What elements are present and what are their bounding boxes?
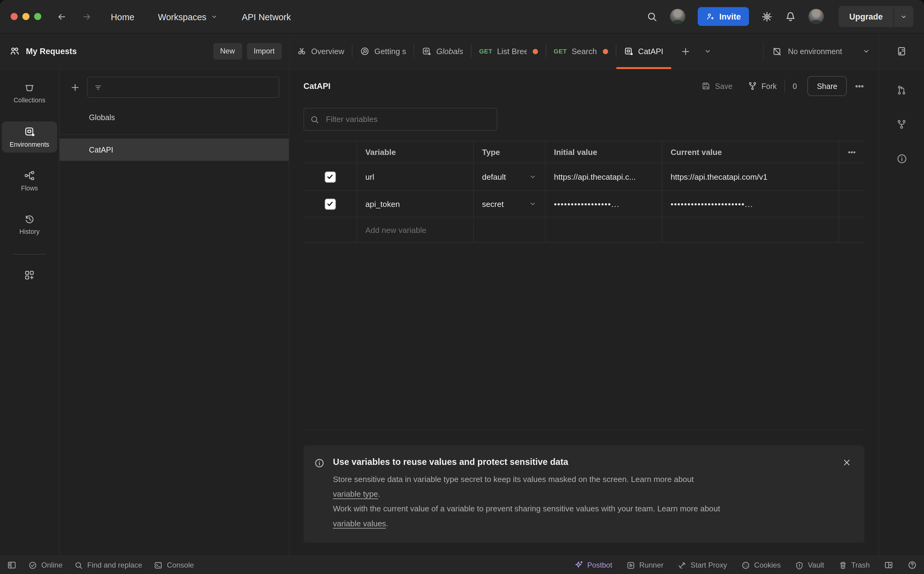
tab-search[interactable]: GET Search	[546, 34, 616, 69]
environments-icon	[24, 126, 35, 137]
banner-text-line1: Store sensitive data in variable type se…	[333, 475, 694, 484]
info-icon	[314, 458, 325, 468]
tab-menu-chevron-icon[interactable]	[703, 47, 711, 55]
new-button[interactable]: New	[213, 43, 242, 60]
cookie-icon	[741, 561, 750, 569]
online-status[interactable]: Online	[28, 561, 63, 569]
more-options-button[interactable]	[854, 81, 864, 91]
fork-icon[interactable]	[896, 119, 907, 129]
variable-values-link[interactable]: variable values	[333, 519, 386, 528]
vault-button[interactable]: Vault	[795, 561, 825, 569]
changes-icon[interactable]	[896, 85, 907, 96]
sidebar-item-flows[interactable]: Flows	[2, 166, 57, 196]
runner-button[interactable]: Runner	[626, 561, 663, 569]
import-button[interactable]: Import	[247, 43, 282, 60]
tab-getting-started[interactable]: Getting started	[352, 34, 414, 69]
global-search-icon[interactable]	[646, 11, 658, 22]
top-bar: Home Workspaces API Network Invite Upgra…	[0, 0, 924, 34]
filter-funnel-icon	[94, 83, 103, 92]
variables-table: Variable Type Initial value Current valu…	[304, 141, 864, 243]
banner-title: Use variables to reuse values and protec…	[333, 457, 834, 467]
cookies-button[interactable]: Cookies	[741, 561, 781, 569]
avatar[interactable]	[670, 9, 685, 24]
profile-avatar[interactable]	[809, 9, 824, 24]
postbot-button[interactable]: Postbot	[574, 560, 612, 570]
upgrade-button[interactable]: Upgrade	[839, 6, 893, 27]
flows-icon	[24, 170, 35, 181]
sidebar-item-environments[interactable]: Environments	[2, 121, 57, 153]
add-new-variable-cell[interactable]: Add new variable	[357, 217, 474, 242]
current-value-cell-masked[interactable]: ••••••••••••••••••••••...	[662, 191, 839, 217]
variable-type-select[interactable]: secret	[474, 191, 546, 217]
sidebar-item-history[interactable]: History	[2, 209, 57, 240]
sidebar-item-collections[interactable]: Collections	[2, 77, 57, 108]
trash-button[interactable]: Trash	[838, 561, 870, 569]
help-button[interactable]	[908, 560, 917, 570]
tab-catapi[interactable]: CatAPI	[616, 34, 671, 69]
variable-name-cell[interactable]: url	[357, 163, 474, 191]
environment-selector[interactable]: No environment	[763, 42, 878, 61]
environment-filter-input[interactable]	[87, 77, 279, 98]
console-button[interactable]: Console	[154, 561, 194, 569]
column-initial-value: Initial value	[546, 142, 662, 162]
add-environment-icon[interactable]	[70, 82, 80, 92]
upgrade-menu-button[interactable]	[893, 6, 914, 27]
info-icon[interactable]	[896, 153, 907, 164]
content-separator	[304, 243, 864, 430]
current-value-cell[interactable]: https://api.thecatapi.com/v1	[662, 163, 839, 191]
chevron-down-icon	[211, 13, 218, 20]
environment-list-divider	[60, 134, 289, 135]
environment-quick-look-icon[interactable]	[896, 46, 907, 57]
environment-icon	[624, 46, 633, 56]
panels-icon	[884, 560, 893, 570]
notifications-bell-icon[interactable]	[785, 11, 796, 22]
tab-overview[interactable]: Overview	[289, 34, 352, 69]
add-variable-row: Add new variable	[304, 217, 864, 243]
fork-button[interactable]: Fork	[748, 81, 777, 91]
configure-sidebar-icon[interactable]	[24, 270, 35, 281]
fork-icon	[748, 81, 757, 91]
forward-arrow-icon[interactable]	[82, 12, 92, 22]
nav-api-network[interactable]: API Network	[242, 12, 291, 22]
start-proxy-button[interactable]: Start Proxy	[678, 561, 727, 569]
variable-type-link[interactable]: variable type	[333, 490, 378, 498]
initial-value-cell[interactable]: https://api.thecatapi.c...	[546, 163, 662, 191]
toggle-sidebar-button[interactable]	[7, 560, 16, 570]
share-button[interactable]: Share	[807, 76, 847, 96]
tab-list-breeds[interactable]: GET List Breeds	[471, 34, 545, 69]
nav-home[interactable]: Home	[110, 12, 134, 22]
nav-workspaces[interactable]: Workspaces	[158, 12, 218, 22]
environment-list-item-globals[interactable]: Globals	[60, 106, 289, 128]
banner-close-icon[interactable]	[842, 458, 851, 467]
row-checkbox[interactable]	[324, 199, 336, 210]
column-options-button[interactable]	[839, 142, 864, 162]
fork-count[interactable]: 0	[793, 82, 797, 90]
row-checkbox[interactable]	[324, 171, 336, 183]
tab-globals[interactable]: Globals	[415, 34, 471, 69]
filter-variables-input[interactable]	[325, 114, 491, 125]
find-and-replace-button[interactable]: Find and replace	[74, 561, 142, 569]
save-button[interactable]: Save	[702, 81, 732, 91]
settings-gear-icon[interactable]	[762, 11, 773, 22]
initial-value-cell-masked[interactable]: •••••••••••••••••...	[546, 191, 662, 217]
more-dots-icon	[854, 81, 864, 91]
zoom-window-button[interactable]	[34, 13, 41, 20]
sparkle-icon	[574, 560, 583, 570]
upgrade-split-button: Upgrade	[839, 6, 913, 27]
new-tab-plus-icon[interactable]	[680, 46, 691, 56]
variable-name-cell[interactable]: api_token	[357, 191, 474, 217]
check-circle-icon	[28, 561, 37, 569]
close-window-button[interactable]	[11, 13, 18, 20]
environment-list-item-catapi[interactable]: CatAPI	[60, 139, 289, 161]
invite-button[interactable]: Invite	[697, 7, 749, 26]
save-floppy-icon	[702, 81, 711, 91]
back-arrow-icon[interactable]	[57, 12, 67, 22]
minimize-window-button[interactable]	[22, 13, 29, 20]
console-terminal-icon	[154, 561, 163, 569]
binoculars-icon	[297, 46, 307, 56]
variable-type-select[interactable]: default	[474, 163, 546, 191]
workspace-title[interactable]: My Requests	[26, 46, 77, 56]
split-panel-button[interactable]	[884, 560, 893, 570]
no-environment-icon	[772, 46, 782, 56]
status-bar: Online Find and replace Console Postbot …	[0, 556, 924, 574]
